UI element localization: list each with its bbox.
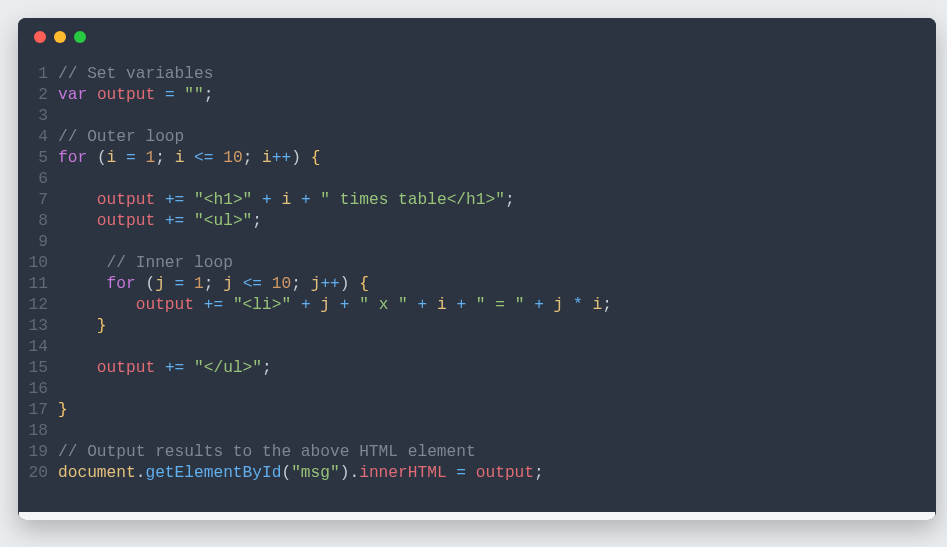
- code-line[interactable]: [58, 421, 936, 442]
- token-p: ;: [204, 275, 223, 293]
- token-op: +=: [165, 212, 184, 230]
- line-number: 20: [18, 463, 48, 484]
- token-brc: }: [97, 317, 107, 335]
- token-p: [408, 296, 418, 314]
- token-cm: // Set variables: [58, 65, 213, 83]
- token-vr: output: [97, 86, 155, 104]
- token-op: +=: [165, 359, 184, 377]
- token-op: <=: [194, 149, 213, 167]
- code-line[interactable]: // Inner loop: [58, 253, 936, 274]
- close-icon[interactable]: [34, 31, 46, 43]
- code-line[interactable]: [58, 106, 936, 127]
- token-p: ;: [291, 275, 310, 293]
- code-line[interactable]: for (i = 1; i <= 10; i++) {: [58, 148, 936, 169]
- token-str: "": [184, 86, 203, 104]
- code-line[interactable]: var output = "";: [58, 85, 936, 106]
- token-id: i: [175, 149, 185, 167]
- line-number: 16: [18, 379, 48, 400]
- code-line[interactable]: [58, 169, 936, 190]
- token-fn: getElementById: [145, 464, 281, 482]
- token-vr: output: [97, 212, 155, 230]
- token-op: +: [301, 191, 311, 209]
- code-line[interactable]: [58, 379, 936, 400]
- token-p: [184, 191, 194, 209]
- token-op: +: [456, 296, 466, 314]
- token-p: [427, 296, 437, 314]
- token-str: "<li>": [233, 296, 291, 314]
- line-number-gutter: 1234567891011121314151617181920: [18, 64, 58, 512]
- token-p: [155, 86, 165, 104]
- token-p: [184, 359, 194, 377]
- token-op: +=: [165, 191, 184, 209]
- token-p: ): [340, 464, 350, 482]
- token-str: " x ": [359, 296, 408, 314]
- minimize-icon[interactable]: [54, 31, 66, 43]
- code-line[interactable]: output += "<ul>";: [58, 211, 936, 232]
- code-content[interactable]: // Set variablesvar output = ""; // Oute…: [58, 64, 936, 512]
- token-str: "</ul>": [194, 359, 262, 377]
- line-number: 3: [18, 106, 48, 127]
- token-p: [563, 296, 573, 314]
- code-line[interactable]: for (j = 1; j <= 10; j++) {: [58, 274, 936, 295]
- line-number: 19: [18, 442, 48, 463]
- token-prop: innerHTML: [359, 464, 446, 482]
- token-kw: for: [58, 149, 87, 167]
- token-op: +: [418, 296, 428, 314]
- code-line[interactable]: }: [58, 316, 936, 337]
- token-p: [175, 86, 185, 104]
- line-number: 15: [18, 358, 48, 379]
- token-vr: output: [97, 191, 155, 209]
- token-p: (: [97, 149, 107, 167]
- code-line[interactable]: output += "<li>" + j + " x " + i + " = "…: [58, 295, 936, 316]
- token-p: .: [349, 464, 359, 482]
- code-line[interactable]: // Set variables: [58, 64, 936, 85]
- code-area[interactable]: 1234567891011121314151617181920 // Set v…: [18, 56, 936, 512]
- token-p: [466, 296, 476, 314]
- code-line[interactable]: // Output results to the above HTML elem…: [58, 442, 936, 463]
- token-p: [262, 275, 272, 293]
- line-number: 11: [18, 274, 48, 295]
- token-p: [184, 149, 194, 167]
- token-p: (: [145, 275, 155, 293]
- token-cm: // Output results to the above HTML elem…: [58, 443, 476, 461]
- token-op: <=: [243, 275, 262, 293]
- zoom-icon[interactable]: [74, 31, 86, 43]
- token-id: j: [155, 275, 165, 293]
- token-num: 10: [223, 149, 242, 167]
- token-p: [330, 296, 340, 314]
- line-number: 14: [18, 337, 48, 358]
- token-num: 10: [272, 275, 291, 293]
- line-number: 2: [18, 85, 48, 106]
- token-p: [58, 317, 97, 335]
- token-p: ): [291, 149, 310, 167]
- token-p: [466, 464, 476, 482]
- token-p: ;: [204, 86, 214, 104]
- token-str: "msg": [291, 464, 340, 482]
- token-cm: // Inner loop: [107, 254, 233, 272]
- token-op: +: [262, 191, 272, 209]
- token-p: [252, 191, 262, 209]
- token-p: ;: [602, 296, 612, 314]
- code-line[interactable]: output += "</ul>";: [58, 358, 936, 379]
- token-str: " times table</h1>": [320, 191, 505, 209]
- token-p: [165, 275, 175, 293]
- token-id: i: [592, 296, 602, 314]
- token-p: [350, 296, 360, 314]
- token-num: 1: [145, 149, 155, 167]
- code-line[interactable]: [58, 337, 936, 358]
- token-p: [136, 149, 146, 167]
- line-number: 12: [18, 295, 48, 316]
- token-p: [58, 254, 107, 272]
- token-id: i: [281, 191, 291, 209]
- token-p: [291, 296, 301, 314]
- token-p: ): [340, 275, 359, 293]
- code-line[interactable]: [58, 232, 936, 253]
- code-line[interactable]: // Outer loop: [58, 127, 936, 148]
- token-brc: }: [58, 401, 68, 419]
- code-line[interactable]: }: [58, 400, 936, 421]
- code-line[interactable]: output += "<h1>" + i + " times table</h1…: [58, 190, 936, 211]
- code-line[interactable]: document.getElementById("msg").innerHTML…: [58, 463, 936, 484]
- line-number: 6: [18, 169, 48, 190]
- token-vr: output: [136, 296, 194, 314]
- token-p: .: [136, 464, 146, 482]
